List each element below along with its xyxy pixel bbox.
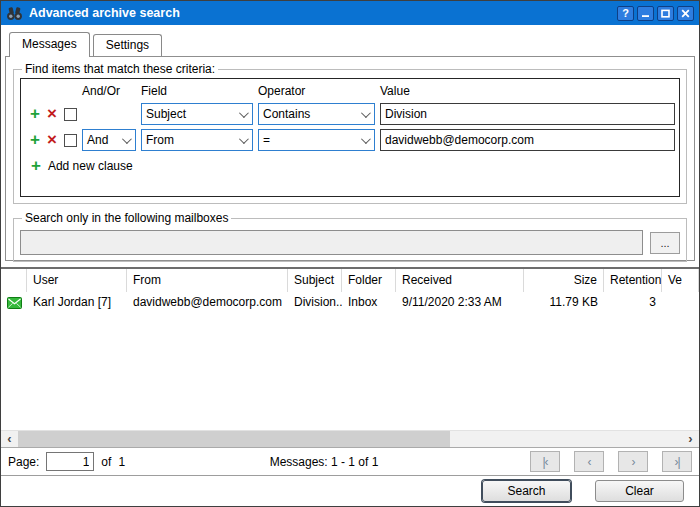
minimize-button[interactable] [637, 6, 654, 21]
chevron-down-icon [239, 134, 249, 144]
advanced-archive-search-dialog: Advanced archive search ? Messages Setti… [0, 0, 700, 507]
table-row[interactable]: Karl Jordan [7] davidwebb@democorp.com D… [1, 292, 699, 313]
field-select[interactable]: Subject [141, 103, 253, 125]
criteria-group: Find items that match these criteria: An… [13, 62, 687, 204]
messages-count-label: Messages: 1 - 1 of 1 [132, 455, 516, 469]
scrollbar-track[interactable] [18, 431, 682, 447]
scrollbar-thumb[interactable] [18, 431, 450, 447]
criteria-row-2: + × And From = [25, 127, 675, 153]
maximize-button[interactable] [657, 6, 674, 21]
cell-size: 11.79 KB [524, 292, 604, 313]
column-header-user[interactable]: User [27, 269, 127, 292]
andor-select[interactable]: And [82, 129, 136, 151]
column-header-folder[interactable]: Folder [342, 269, 396, 292]
help-button[interactable]: ? [617, 6, 634, 21]
add-clause-icon[interactable]: + [30, 107, 40, 121]
cell-folder: Inbox [342, 292, 396, 313]
page-number-input[interactable] [46, 452, 94, 471]
first-page-button[interactable]: |‹ [530, 451, 560, 472]
of-label: of [101, 455, 111, 469]
column-label-andor: And/Or [82, 84, 136, 98]
criteria-group-label: Find items that match these criteria: [22, 62, 218, 76]
remove-clause-icon[interactable]: × [47, 133, 57, 147]
column-label-field: Field [141, 84, 253, 98]
cell-user: Karl Jordan [7] [27, 292, 127, 313]
column-header-retention[interactable]: Retention [604, 269, 662, 292]
cell-from: davidwebb@democorp.com [127, 292, 288, 313]
column-header-size[interactable]: Size [524, 269, 604, 292]
tab-strip: Messages Settings [5, 32, 695, 56]
messages-tab-panel: Find items that match these criteria: An… [5, 56, 695, 261]
browse-mailboxes-button[interactable]: ... [650, 232, 680, 254]
envelope-icon [1, 292, 27, 313]
operator-select-value: Contains [263, 107, 310, 121]
column-header-version[interactable]: Ve [662, 269, 699, 292]
add-new-clause-link[interactable]: + Add new clause [25, 159, 675, 173]
column-header-subject[interactable]: Subject [288, 269, 342, 292]
field-select[interactable]: From [141, 129, 253, 151]
pagination-bar: Page: of 1 Messages: 1 - 1 of 1 |‹ ‹ › ›… [1, 447, 699, 475]
operator-select[interactable]: = [258, 129, 375, 151]
next-page-button[interactable]: › [618, 451, 648, 472]
total-pages: 1 [118, 455, 125, 469]
field-select-value: Subject [146, 107, 186, 121]
results-empty-area [1, 313, 699, 430]
tab-settings[interactable]: Settings [93, 34, 162, 56]
previous-page-button[interactable]: ‹ [574, 451, 604, 472]
column-label-value: Value [380, 84, 675, 98]
last-page-button[interactable]: ›| [662, 451, 692, 472]
title-bar: Advanced archive search ? [1, 1, 699, 25]
cell-subject: Division... [288, 292, 342, 313]
remove-clause-icon[interactable]: × [47, 107, 57, 121]
cell-received: 9/11/2020 2:33 AM [396, 292, 524, 313]
column-label-operator: Operator [258, 84, 375, 98]
field-select-value: From [146, 133, 174, 147]
column-header-from[interactable]: From [127, 269, 288, 292]
mailboxes-field [20, 230, 643, 255]
operator-select-value: = [263, 133, 270, 147]
andor-select-value: And [87, 133, 108, 147]
results-list: User From Subject Folder Received Size R… [1, 267, 699, 475]
add-clause-icon[interactable]: + [30, 133, 40, 147]
binoculars-icon [6, 6, 23, 21]
action-button-strip: Search Clear [1, 475, 699, 506]
chevron-down-icon [361, 108, 371, 118]
add-new-clause-label: Add new clause [48, 159, 133, 173]
clause-checkbox[interactable] [64, 134, 77, 147]
cell-retention: 3 [604, 292, 662, 313]
column-header-icon[interactable] [1, 269, 27, 292]
chevron-down-icon [239, 108, 249, 118]
criteria-header-row: And/Or Field Operator Value [25, 82, 675, 99]
criteria-table: And/Or Field Operator Value + × Subject [20, 78, 680, 197]
scroll-right-arrow-icon[interactable]: › [682, 431, 699, 447]
chevron-down-icon [122, 134, 132, 144]
scroll-left-arrow-icon[interactable]: ‹ [1, 431, 18, 447]
plus-icon: + [31, 159, 41, 173]
mailboxes-group-label: Search only in the following mailboxes [22, 211, 231, 225]
value-input[interactable] [380, 103, 675, 125]
criteria-row-1: + × Subject Contains [25, 101, 675, 127]
page-label: Page: [8, 455, 39, 469]
chevron-down-icon [361, 134, 371, 144]
search-button[interactable]: Search [482, 480, 571, 502]
value-input[interactable] [380, 129, 675, 151]
close-button[interactable] [677, 6, 694, 21]
column-header-received[interactable]: Received [396, 269, 524, 292]
horizontal-scrollbar: ‹ › [1, 430, 699, 447]
clause-checkbox[interactable] [64, 108, 77, 121]
tab-messages[interactable]: Messages [9, 32, 90, 57]
operator-select[interactable]: Contains [258, 103, 375, 125]
mailboxes-group: Search only in the following mailboxes .… [13, 211, 687, 262]
window-title: Advanced archive search [29, 6, 614, 20]
clear-button[interactable]: Clear [595, 480, 684, 502]
results-header-row: User From Subject Folder Received Size R… [1, 269, 699, 292]
